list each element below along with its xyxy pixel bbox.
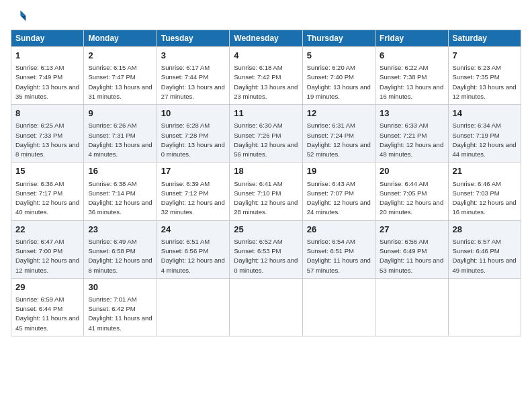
day-info: Sunrise: 6:43 AM Sunset: 7:07 PM Dayligh… xyxy=(307,179,371,218)
calendar-cell: 14Sunrise: 6:34 AM Sunset: 7:19 PM Dayli… xyxy=(448,105,521,163)
day-number: 26 xyxy=(307,224,371,236)
day-info: Sunrise: 6:15 AM Sunset: 7:47 PM Dayligh… xyxy=(88,63,152,101)
col-header-monday: Monday xyxy=(84,30,157,47)
calendar-cell: 16Sunrise: 6:38 AM Sunset: 7:14 PM Dayli… xyxy=(84,163,157,220)
col-header-wednesday: Wednesday xyxy=(230,30,302,47)
calendar-cell: 21Sunrise: 6:46 AM Sunset: 7:03 PM Dayli… xyxy=(448,163,521,220)
day-number: 7 xyxy=(453,50,517,62)
day-info: Sunrise: 6:20 AM Sunset: 7:40 PM Dayligh… xyxy=(307,63,371,101)
day-number: 10 xyxy=(161,107,225,120)
day-number: 15 xyxy=(15,165,79,177)
day-number: 11 xyxy=(234,107,298,120)
day-info: Sunrise: 6:44 AM Sunset: 7:05 PM Dayligh… xyxy=(380,179,443,218)
day-number: 16 xyxy=(88,165,152,177)
day-number: 18 xyxy=(234,165,298,177)
calendar-cell: 11Sunrise: 6:30 AM Sunset: 7:26 PM Dayli… xyxy=(230,105,302,163)
calendar-cell: 13Sunrise: 6:33 AM Sunset: 7:21 PM Dayli… xyxy=(375,105,448,163)
day-info: Sunrise: 6:13 AM Sunset: 7:49 PM Dayligh… xyxy=(15,63,79,101)
day-number: 25 xyxy=(234,224,298,236)
day-info: Sunrise: 6:18 AM Sunset: 7:42 PM Dayligh… xyxy=(234,63,298,101)
day-info: Sunrise: 6:31 AM Sunset: 7:24 PM Dayligh… xyxy=(307,121,371,159)
day-number: 9 xyxy=(88,107,152,120)
calendar-cell: 26Sunrise: 6:54 AM Sunset: 6:51 PM Dayli… xyxy=(302,220,375,278)
day-number: 29 xyxy=(15,281,79,293)
calendar-cell: 22Sunrise: 6:47 AM Sunset: 7:00 PM Dayli… xyxy=(11,220,84,278)
calendar-cell: 24Sunrise: 6:51 AM Sunset: 6:56 PM Dayli… xyxy=(157,220,229,278)
day-number: 4 xyxy=(234,50,298,62)
calendar-cell xyxy=(448,278,521,336)
day-info: Sunrise: 6:30 AM Sunset: 7:26 PM Dayligh… xyxy=(234,121,298,159)
calendar-cell: 7Sunrise: 6:23 AM Sunset: 7:35 PM Daylig… xyxy=(448,47,521,105)
calendar-cell: 17Sunrise: 6:39 AM Sunset: 7:12 PM Dayli… xyxy=(157,163,229,220)
calendar-cell: 28Sunrise: 6:57 AM Sunset: 6:46 PM Dayli… xyxy=(448,220,521,278)
day-number: 20 xyxy=(380,165,443,177)
day-info: Sunrise: 6:46 AM Sunset: 7:03 PM Dayligh… xyxy=(453,179,517,218)
calendar-cell: 15Sunrise: 6:36 AM Sunset: 7:17 PM Dayli… xyxy=(11,163,84,220)
day-info: Sunrise: 6:51 AM Sunset: 6:56 PM Dayligh… xyxy=(161,237,225,275)
calendar-cell: 23Sunrise: 6:49 AM Sunset: 6:58 PM Dayli… xyxy=(84,220,157,278)
day-info: Sunrise: 6:22 AM Sunset: 7:38 PM Dayligh… xyxy=(380,63,443,101)
svg-marker-1 xyxy=(20,15,26,21)
logo xyxy=(11,8,30,24)
calendar-cell: 18Sunrise: 6:41 AM Sunset: 7:10 PM Dayli… xyxy=(230,163,302,220)
day-info: Sunrise: 6:54 AM Sunset: 6:51 PM Dayligh… xyxy=(307,237,371,275)
day-info: Sunrise: 7:01 AM Sunset: 6:42 PM Dayligh… xyxy=(88,295,152,333)
col-header-sunday: Sunday xyxy=(11,30,84,47)
calendar-cell: 1Sunrise: 6:13 AM Sunset: 7:49 PM Daylig… xyxy=(11,47,84,105)
calendar-table: SundayMondayTuesdayWednesdayThursdayFrid… xyxy=(11,30,521,336)
day-info: Sunrise: 6:57 AM Sunset: 6:46 PM Dayligh… xyxy=(453,237,517,275)
day-number: 2 xyxy=(88,50,152,62)
day-info: Sunrise: 6:25 AM Sunset: 7:33 PM Dayligh… xyxy=(15,121,79,159)
day-number: 8 xyxy=(15,107,79,120)
calendar-cell xyxy=(157,278,229,336)
calendar-cell xyxy=(375,278,448,336)
day-number: 30 xyxy=(88,281,152,293)
logo-icon xyxy=(11,8,27,24)
day-number: 27 xyxy=(380,224,443,236)
col-header-saturday: Saturday xyxy=(448,30,521,47)
day-number: 1 xyxy=(15,50,79,62)
calendar-cell: 30Sunrise: 7:01 AM Sunset: 6:42 PM Dayli… xyxy=(84,278,157,336)
calendar-cell: 6Sunrise: 6:22 AM Sunset: 7:38 PM Daylig… xyxy=(375,47,448,105)
calendar-week-0: 1Sunrise: 6:13 AM Sunset: 7:49 PM Daylig… xyxy=(11,47,521,105)
calendar-cell: 9Sunrise: 6:26 AM Sunset: 7:31 PM Daylig… xyxy=(84,105,157,163)
calendar-cell: 2Sunrise: 6:15 AM Sunset: 7:47 PM Daylig… xyxy=(84,47,157,105)
calendar-week-1: 8Sunrise: 6:25 AM Sunset: 7:33 PM Daylig… xyxy=(11,105,521,163)
day-number: 3 xyxy=(161,50,225,62)
col-header-thursday: Thursday xyxy=(302,30,375,47)
calendar-cell: 5Sunrise: 6:20 AM Sunset: 7:40 PM Daylig… xyxy=(302,47,375,105)
calendar-cell: 25Sunrise: 6:52 AM Sunset: 6:53 PM Dayli… xyxy=(230,220,302,278)
calendar-cell: 10Sunrise: 6:28 AM Sunset: 7:28 PM Dayli… xyxy=(157,105,229,163)
calendar-cell: 20Sunrise: 6:44 AM Sunset: 7:05 PM Dayli… xyxy=(375,163,448,220)
calendar-week-3: 22Sunrise: 6:47 AM Sunset: 7:00 PM Dayli… xyxy=(11,220,521,278)
day-number: 19 xyxy=(307,165,371,177)
calendar-cell: 4Sunrise: 6:18 AM Sunset: 7:42 PM Daylig… xyxy=(230,47,302,105)
calendar-cell: 12Sunrise: 6:31 AM Sunset: 7:24 PM Dayli… xyxy=(302,105,375,163)
day-number: 23 xyxy=(88,224,152,236)
day-info: Sunrise: 6:34 AM Sunset: 7:19 PM Dayligh… xyxy=(453,121,517,159)
day-info: Sunrise: 6:23 AM Sunset: 7:35 PM Dayligh… xyxy=(453,63,517,101)
day-number: 28 xyxy=(453,224,517,236)
calendar-cell: 3Sunrise: 6:17 AM Sunset: 7:44 PM Daylig… xyxy=(157,47,229,105)
day-info: Sunrise: 6:47 AM Sunset: 7:00 PM Dayligh… xyxy=(15,237,79,275)
calendar-cell: 8Sunrise: 6:25 AM Sunset: 7:33 PM Daylig… xyxy=(11,105,84,163)
day-info: Sunrise: 6:39 AM Sunset: 7:12 PM Dayligh… xyxy=(161,179,225,218)
day-number: 12 xyxy=(307,107,371,120)
day-number: 6 xyxy=(380,50,443,62)
calendar-cell xyxy=(230,278,302,336)
day-info: Sunrise: 6:38 AM Sunset: 7:14 PM Dayligh… xyxy=(88,179,152,218)
page: SundayMondayTuesdayWednesdayThursdayFrid… xyxy=(0,0,532,411)
calendar-week-2: 15Sunrise: 6:36 AM Sunset: 7:17 PM Dayli… xyxy=(11,163,521,220)
calendar-cell: 27Sunrise: 6:56 AM Sunset: 6:49 PM Dayli… xyxy=(375,220,448,278)
day-number: 13 xyxy=(380,107,443,120)
day-number: 22 xyxy=(15,224,79,236)
day-number: 17 xyxy=(161,165,225,177)
day-number: 21 xyxy=(453,165,517,177)
day-info: Sunrise: 6:56 AM Sunset: 6:49 PM Dayligh… xyxy=(380,237,443,275)
day-info: Sunrise: 6:28 AM Sunset: 7:28 PM Dayligh… xyxy=(161,121,225,159)
day-info: Sunrise: 6:17 AM Sunset: 7:44 PM Dayligh… xyxy=(161,63,225,101)
day-number: 5 xyxy=(307,50,371,62)
day-info: Sunrise: 6:36 AM Sunset: 7:17 PM Dayligh… xyxy=(15,179,79,218)
day-info: Sunrise: 6:26 AM Sunset: 7:31 PM Dayligh… xyxy=(88,121,152,159)
day-info: Sunrise: 6:52 AM Sunset: 6:53 PM Dayligh… xyxy=(234,237,298,275)
